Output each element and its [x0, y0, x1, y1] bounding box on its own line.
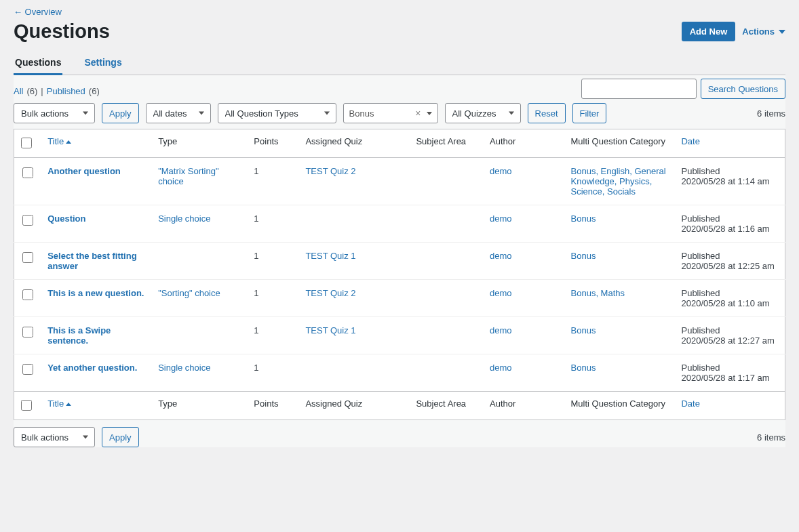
date-cell: Published2020/05/28 at 1:16 am — [674, 205, 785, 243]
back-link-container: ← Overview — [14, 0, 785, 20]
select-all-checkbox-top[interactable] — [21, 138, 32, 148]
multi-category-link[interactable]: Bonus — [571, 363, 596, 373]
quizzes-select[interactable]: All Quizzes — [445, 103, 521, 123]
table-row: QuestionSingle choice1demoBonusPublished… — [14, 205, 785, 243]
author-link[interactable]: demo — [490, 213, 512, 224]
row-checkbox[interactable] — [22, 252, 33, 263]
bottom-toolbar: Bulk actions Apply 6 items — [14, 427, 785, 447]
question-type-link[interactable]: "Sorting" choice — [158, 288, 220, 298]
chevron-down-icon — [427, 112, 432, 115]
question-types-select[interactable]: All Question Types — [218, 103, 336, 123]
table-row: Yet another question.Single choice1demoB… — [14, 354, 785, 392]
table-row: This is a new question."Sorting" choice1… — [14, 280, 785, 317]
multi-category-link[interactable]: Bonus, Maths — [571, 288, 625, 298]
row-checkbox[interactable] — [22, 289, 33, 300]
row-checkbox[interactable] — [22, 215, 33, 226]
question-type-link[interactable]: Single choice — [158, 363, 210, 373]
item-count-bottom: 6 items — [757, 432, 785, 443]
assigned-quiz-link[interactable]: TEST Quiz 2 — [305, 166, 355, 176]
back-to-overview-link[interactable]: ← Overview — [14, 7, 62, 17]
page-title: Questions — [14, 20, 110, 43]
points-cell: 1 — [247, 354, 298, 392]
filter-button[interactable]: Filter — [572, 103, 607, 123]
multi-category-link[interactable]: Bonus — [571, 251, 596, 261]
add-new-button[interactable]: Add New — [682, 22, 736, 41]
col-subject-area-header[interactable]: Subject Area — [409, 129, 483, 158]
col-author-footer[interactable]: Author — [483, 392, 564, 420]
col-date-footer[interactable]: Date — [674, 392, 785, 420]
clear-category-icon[interactable]: × — [415, 108, 421, 119]
assigned-quiz-link[interactable]: TEST Quiz 1 — [305, 325, 355, 335]
subject-area-cell — [409, 158, 483, 205]
question-title-link[interactable]: Yet another question. — [47, 363, 137, 373]
multi-category-link[interactable]: Bonus — [571, 325, 596, 335]
question-title-link[interactable]: Question — [47, 213, 85, 224]
col-assigned-quiz-header[interactable]: Assigned Quiz — [298, 129, 409, 158]
tab-settings[interactable]: Settings — [83, 52, 123, 75]
row-checkbox[interactable] — [22, 167, 33, 178]
quizzes-select-wrap: All Quizzes — [445, 103, 521, 123]
date-cell: Published2020/05/28 at 12:25 am — [674, 243, 785, 280]
col-date-header[interactable]: Date — [674, 129, 785, 158]
table-header: Title Type Points Assigned Quiz Subject … — [14, 129, 785, 158]
filters-toolbar: Bulk actions Apply All dates All Questio… — [14, 103, 785, 123]
question-title-link[interactable]: Another question — [47, 166, 121, 176]
subject-area-cell — [409, 243, 483, 280]
question-title-link[interactable]: This is a Swipe sentence. — [47, 325, 111, 346]
row-checkbox[interactable] — [22, 364, 33, 375]
sort-asc-icon — [66, 140, 71, 144]
header-actions: Add New Actions — [682, 22, 785, 41]
sort-asc-icon — [66, 403, 71, 406]
search-input[interactable] — [581, 79, 697, 99]
actions-dropdown[interactable]: Actions — [742, 26, 785, 37]
col-title-header[interactable]: Title — [41, 129, 151, 158]
author-link[interactable]: demo — [490, 363, 512, 373]
select-all-checkbox-bottom[interactable] — [21, 400, 32, 411]
row-checkbox[interactable] — [22, 327, 33, 337]
question-type-link[interactable]: "Matrix Sorting" choice — [158, 166, 218, 186]
dates-select-wrap: All dates — [146, 103, 211, 123]
col-points-footer[interactable]: Points — [247, 392, 298, 420]
actions-dropdown-label: Actions — [742, 26, 775, 37]
col-type-header[interactable]: Type — [151, 129, 247, 158]
table-row: Select the best fitting answer1TEST Quiz… — [14, 243, 785, 280]
bulk-actions-select[interactable]: Bulk actions — [14, 103, 95, 123]
multi-category-link[interactable]: Bonus, English, General Knowledge, Physi… — [571, 166, 666, 197]
question-title-link[interactable]: Select the best fitting answer — [47, 251, 136, 271]
col-multi-category-footer[interactable]: Multi Question Category — [564, 392, 675, 420]
col-author-header[interactable]: Author — [483, 129, 564, 158]
col-subject-area-footer[interactable]: Subject Area — [409, 392, 483, 420]
date-cell: Published2020/05/28 at 1:17 am — [674, 354, 785, 392]
filter-all-link[interactable]: All — [14, 86, 23, 96]
chevron-down-icon — [779, 30, 785, 34]
col-title-footer[interactable]: Title — [41, 392, 151, 420]
date-cell: Published2020/05/28 at 1:10 am — [674, 280, 785, 317]
apply-button-bottom[interactable]: Apply — [102, 427, 139, 447]
col-points-header[interactable]: Points — [247, 129, 298, 158]
author-link[interactable]: demo — [490, 288, 512, 298]
search-button[interactable]: Search Questions — [701, 79, 785, 99]
subject-area-cell — [409, 354, 483, 392]
question-types-select-wrap: All Question Types — [218, 103, 336, 123]
assigned-quiz-link[interactable]: TEST Quiz 1 — [305, 251, 355, 261]
bulk-actions-select-bottom[interactable]: Bulk actions — [14, 427, 95, 447]
author-link[interactable]: demo — [490, 251, 512, 261]
author-link[interactable]: demo — [490, 166, 512, 176]
tab-questions[interactable]: Questions — [14, 52, 62, 75]
date-cell: Published2020/05/28 at 1:14 am — [674, 158, 785, 205]
assigned-quiz-link[interactable]: TEST Quiz 2 — [305, 288, 355, 298]
col-multi-category-header[interactable]: Multi Question Category — [564, 129, 675, 158]
question-type-link[interactable]: Single choice — [158, 213, 210, 224]
category-select[interactable]: Bonus × — [343, 103, 438, 123]
subject-area-cell — [409, 205, 483, 243]
filter-published-link[interactable]: Published — [47, 86, 85, 96]
multi-category-link[interactable]: Bonus — [571, 213, 596, 224]
apply-button-top[interactable]: Apply — [102, 103, 139, 123]
subject-area-cell — [409, 317, 483, 354]
question-title-link[interactable]: This is a new question. — [47, 288, 144, 298]
col-type-footer[interactable]: Type — [151, 392, 247, 420]
col-assigned-quiz-footer[interactable]: Assigned Quiz — [298, 392, 409, 420]
dates-select[interactable]: All dates — [146, 103, 211, 123]
reset-button[interactable]: Reset — [528, 103, 566, 123]
author-link[interactable]: demo — [490, 325, 512, 335]
